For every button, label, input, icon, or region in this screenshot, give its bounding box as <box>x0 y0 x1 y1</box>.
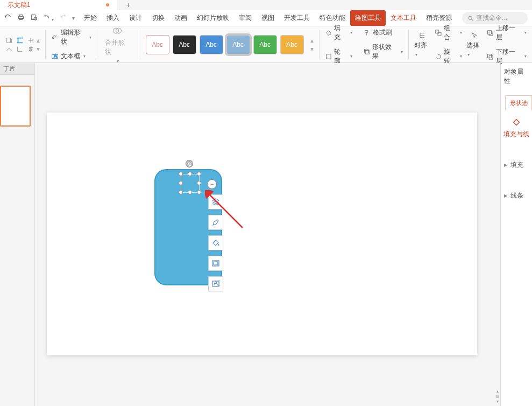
float-tool-frame[interactable] <box>208 256 223 271</box>
fill-section[interactable]: ▶填充 <box>501 155 532 175</box>
slide-panel: 丁片 <box>0 63 35 406</box>
send-backward-icon <box>486 53 494 60</box>
select-label: 选择 <box>466 41 479 49</box>
shape-effect-label: 形状效果 <box>372 43 398 61</box>
document-tab-title: 示文稿1 <box>8 1 31 10</box>
rotate-handle[interactable] <box>186 160 193 167</box>
collapse-toolbar-button[interactable]: − <box>207 179 217 189</box>
menu-slideshow[interactable]: 幻灯片放映 <box>192 10 234 26</box>
select-button[interactable]: 选择▾ <box>464 31 484 59</box>
textbox-button[interactable]: A 文本框 ▾ <box>49 51 94 62</box>
shape-effect-button[interactable]: 形状效果▾ <box>361 41 406 62</box>
float-tool-fill[interactable] <box>208 235 223 250</box>
line-section[interactable]: ▶线条 <box>501 186 532 206</box>
group-label: 组合 <box>444 24 456 42</box>
shape-style-5[interactable]: Abc <box>253 35 277 54</box>
scroll-up-icon[interactable]: ▴ <box>496 389 499 394</box>
align-button[interactable]: 对齐▾ <box>412 31 432 59</box>
undo-icon[interactable]: ▾ <box>43 13 54 23</box>
select-icon <box>471 32 478 39</box>
ribbon-styles-group: Abc Abc Abc Abc Abc Abc ▴▾ <box>138 26 319 62</box>
scroll-thumb[interactable] <box>496 395 499 398</box>
vertical-scrollbar[interactable]: ▴ ▾ <box>495 63 500 406</box>
menu-animation[interactable]: 动画 <box>169 10 192 26</box>
svg-text:A: A <box>53 53 57 59</box>
fill-line-label: 填充与线 <box>503 130 529 139</box>
format-painter-button[interactable]: 格式刷 <box>361 27 406 38</box>
canvas-area: − A三 ▴ ▾ <box>35 63 500 406</box>
svg-point-5 <box>469 16 472 19</box>
slide-panel-tab[interactable]: 丁片 <box>0 63 34 75</box>
shape-style-3[interactable]: Abc <box>200 35 223 54</box>
resize-handle-sw[interactable] <box>179 190 183 194</box>
resize-handle-se[interactable] <box>197 190 201 194</box>
customize-qa-icon[interactable]: ▾ <box>72 15 75 21</box>
svg-text:A三: A三 <box>214 279 220 287</box>
outline-icon <box>325 53 332 60</box>
redo-icon[interactable] <box>59 13 67 23</box>
menu-design[interactable]: 设计 <box>124 10 147 26</box>
merge-shapes-button[interactable]: 合并形状▾ <box>101 25 134 64</box>
ribbon-shapes-group: S ▴▾ <box>0 26 45 62</box>
bucket-icon <box>211 239 220 247</box>
edit-shape-button[interactable]: 编辑形状 ▾ <box>49 27 94 47</box>
merge-shapes-label: 合并形状 <box>105 38 130 57</box>
resize-handle-ne[interactable] <box>197 172 201 176</box>
frame-icon <box>211 259 220 268</box>
fill-line-icon <box>512 118 521 128</box>
shape-gallery[interactable]: S <box>3 37 34 53</box>
bring-forward-icon <box>486 29 494 37</box>
document-tab[interactable]: 示文稿1 <box>0 0 117 10</box>
pen-icon <box>211 218 220 227</box>
resize-handle-e[interactable] <box>197 181 201 185</box>
resize-handle-n[interactable] <box>188 172 192 176</box>
shape-style-4[interactable]: Abc <box>226 35 250 54</box>
menu-start[interactable]: 开始 <box>79 10 102 26</box>
print-icon[interactable] <box>17 13 25 23</box>
svg-text:S: S <box>29 45 33 52</box>
menu-devtools[interactable]: 开发工具 <box>279 10 315 26</box>
search-icon <box>467 15 474 22</box>
menu-view[interactable]: 视图 <box>257 10 279 26</box>
ribbon-merge-group: 合并形状▾ <box>97 26 138 62</box>
menu-items: 开始 插入 设计 切换 动画 幻灯片放映 审阅 视图 开发工具 特色功能 绘图工… <box>79 10 457 26</box>
menu-text-tools[interactable]: 文本工具 <box>386 10 421 26</box>
text-format-icon: A三 <box>211 279 220 288</box>
preview-icon[interactable] <box>30 13 38 23</box>
slide-thumbnail-1[interactable] <box>0 86 31 127</box>
menu-drawing-tools[interactable]: 绘图工具 <box>350 10 386 26</box>
ribbon: S ▴▾ 编辑形状 ▾ A 文本框 ▾ 合并形状▾ Abc <box>0 26 532 63</box>
add-tab-button[interactable]: + <box>122 0 135 10</box>
group-button[interactable]: 组合▾ <box>432 23 464 43</box>
float-tool-layers[interactable] <box>208 194 223 209</box>
fill-button[interactable]: 填充▾ <box>323 23 354 43</box>
resize-handle-nw[interactable] <box>179 172 183 176</box>
unsaved-indicator-icon <box>106 3 109 6</box>
textbox-label: 文本框 <box>61 52 80 61</box>
resize-handle-s[interactable] <box>188 190 192 194</box>
styles-scroll[interactable]: ▴▾ <box>308 34 316 55</box>
shape-effect-icon <box>363 48 371 55</box>
properties-tab-shape[interactable]: 形状选 <box>505 95 532 110</box>
undo-history-icon[interactable] <box>4 13 12 23</box>
line-section-label: 线条 <box>510 191 523 200</box>
svg-rect-15 <box>438 32 441 36</box>
align-label: 对齐 <box>414 41 427 49</box>
shape-style-6[interactable]: Abc <box>280 35 304 54</box>
bring-forward-button[interactable]: 上移一层▾ <box>484 23 529 43</box>
svg-rect-1 <box>19 15 22 17</box>
shape-style-2[interactable]: Abc <box>173 35 196 54</box>
menu-insert[interactable]: 插入 <box>102 10 124 26</box>
fill-line-category[interactable]: 填充与线 <box>501 118 532 139</box>
resize-handle-w[interactable] <box>179 181 183 185</box>
menu-transition[interactable]: 切换 <box>147 10 169 26</box>
slide-canvas[interactable]: − A三 <box>47 113 477 355</box>
ribbon-edit-group: 编辑形状 ▾ A 文本框 ▾ <box>46 26 97 62</box>
shape-style-1[interactable]: Abc <box>146 35 169 54</box>
scroll-down-icon[interactable]: ▾ <box>496 399 499 404</box>
float-tool-textformat[interactable]: A三 <box>208 276 223 291</box>
menu-review[interactable]: 审阅 <box>234 10 257 26</box>
float-tool-pen[interactable] <box>208 215 223 230</box>
shapes-scroll[interactable]: ▴▾ <box>34 34 42 55</box>
fill-icon <box>325 29 332 37</box>
